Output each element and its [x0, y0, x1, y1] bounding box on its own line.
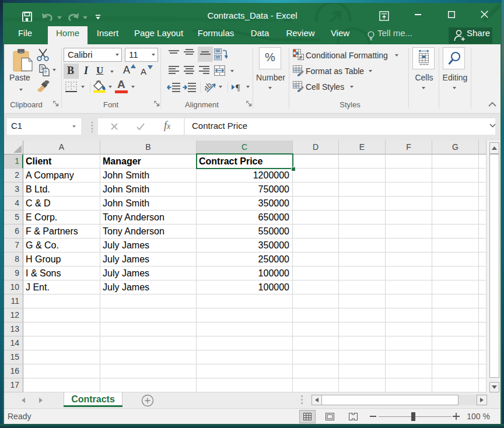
svg-text:¶: ¶ [236, 83, 240, 92]
